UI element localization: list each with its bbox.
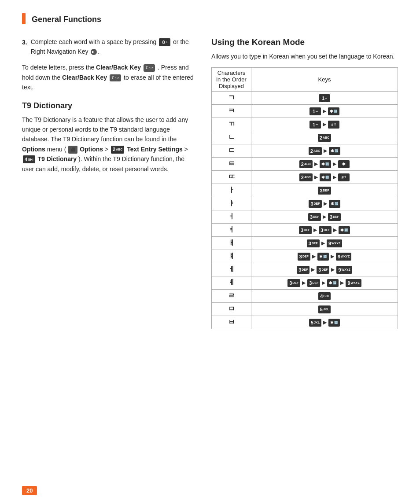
num-key-9: 9WXYZ [346,279,361,287]
korean-table: Charactersin the OrderDisplayed Keys ㄱ1∞… [211,67,398,329]
korean-char: ㅐ [212,237,251,250]
keys-cell: 3DEF▶✱🔢 [251,197,398,210]
num-key-1: 1∞ [319,94,330,102]
num-key-3: 3DEF [287,279,300,287]
num-key-3: 3DEF [297,266,309,274]
arrow-icon: ▶ [311,267,315,272]
korean-char: ㄸ [212,171,251,184]
star-key: ✱🔢 [329,200,340,208]
korean-char: ㄹ [212,290,251,303]
korean-char: ㅌ [212,158,251,171]
arrow-icon: ▶ [331,254,334,259]
arrow-icon: ▶ [321,240,325,246]
keys-cell: 4GHI [251,290,398,303]
page: General Functions 3. Complete each word … [0,0,420,504]
keys-cell: 3DEF [251,184,398,197]
table-row: ㄸ2ABC▶✱🔢▶#⇧ [212,171,398,184]
arrow-icon: ▶ [333,174,336,180]
keys-cell: 1∞ [251,92,398,105]
table-row: ㅌ2ABC▶✱🔢▶✱ [212,158,398,171]
num-key-5: 5JKL [309,319,321,327]
star-key: ✱🔢 [328,107,339,115]
num-key-3: 3DEF [308,213,321,221]
arrow-icon: ▶ [324,201,327,206]
num-key-1: 1∞ [309,107,321,115]
options-label: Options [22,146,45,153]
star-key: ✱🔢 [339,226,350,234]
key-0-plus: 0+ [159,38,170,46]
keys-cell: 3DEF▶9WXYZ [251,237,398,250]
table-row: ㅏ3DEF [212,184,398,197]
star-key: ✱🔢 [320,160,331,168]
table-row: ㅐ3DEF▶9WXYZ [212,237,398,250]
korean-char: ㅏ [212,184,251,197]
num-key-9: 9WXYZ [336,253,351,261]
arrow-icon: ▶ [312,254,316,259]
arrow-icon: ▶ [323,108,326,114]
num-key-2: 2ABC [299,160,313,168]
arrow-icon: ▶ [314,174,318,180]
step-3: 3. Complete each word with a space by pr… [22,37,194,56]
star-key: ✱🔢 [328,319,340,327]
korean-char: ㅑ [212,197,251,210]
header-bar: General Functions [22,13,398,24]
keys-cell: 2ABC [251,131,398,144]
arrow-icon: ▶ [314,161,318,167]
korean-char: ㅁ [212,303,251,316]
korean-intro-text: Allows you to type in Korean when you se… [211,52,398,61]
table-row: ㅂ5JKL▶✱🔢 [212,316,398,329]
col-header-keys: Keys [251,68,398,92]
arrow-icon: ▶ [333,227,337,233]
num-key-2: 2ABC [309,147,322,155]
keys-cell: 5JKL▶✱🔢 [251,316,398,329]
col-header-chars: Charactersin the OrderDisplayed [212,68,251,92]
star-key: ✱🔢 [320,173,331,181]
korean-char: ㅋ [212,105,251,118]
num-key-2: 2ABC [299,173,313,181]
keys-cell: 2ABC▶✱🔢▶✱ [251,158,398,171]
korean-char: ㅖ [212,276,251,290]
table-row: ㄹ4GHI [212,290,398,303]
star-key: ✱🔢 [329,147,340,155]
table-row: ㅋ1∞▶✱🔢 [212,105,398,118]
t9-dictionary-label: T9 Dictionary [37,155,77,162]
keys-cell: 3DEF▶3DEF▶✱🔢 [251,224,398,237]
arrow-icon: ▶ [323,121,326,127]
arrow-icon: ▶ [313,227,317,233]
delete-instructions: To delete letters, press the Clear/Back … [22,63,194,92]
arrow-icon: ▶ [323,320,327,325]
num-key-5: 5JKL [318,305,331,313]
step-text: Complete each word with a space by press… [31,37,194,56]
options-menu-icon: ⬛ [68,146,77,154]
arrow-icon: ▶ [324,148,327,154]
num-key-9: 9WXYZ [336,266,352,274]
table-row: ㄷ2ABC▶✱🔢 [212,144,398,158]
num-key-3: 3DEF [328,213,341,221]
clear-back-icon1: C·↩ [144,64,155,71]
orange-accent-bar [22,13,26,24]
keys-cell: 1∞▶✱🔢 [251,105,398,118]
table-row: ㅁ5JKL [212,303,398,316]
arrow-icon: ▶ [331,267,335,272]
arrow-icon: ▶ [302,280,306,286]
step-number: 3. [22,37,27,56]
clear-back-icon2: C·↩ [110,74,121,81]
nav-right-key [91,49,97,55]
korean-char: ㅕ [212,224,251,237]
keys-cell: 2ABC▶✱🔢 [251,144,398,158]
text-entry-settings-label: Text Entry Settings [127,146,183,153]
hash-key: #⇧ [328,121,339,129]
key-4ghi: 4GHI [23,155,35,163]
korean-char: ㄱ [212,92,251,105]
t9-title: T9 Dictionary [22,101,194,110]
table-row: ㄲ1∞▶#⇧ [212,118,398,131]
num-key-3: 3DEF [307,279,320,287]
page-title: General Functions [32,13,101,24]
clear-back-key-label2: Clear/Back Key [62,74,107,81]
num-key-4: 4GHI [318,292,331,300]
korean-char: ㄲ [212,118,251,131]
left-column: 3. Complete each word with a space by pr… [22,37,194,329]
num-key-3: 3DEF [298,253,310,261]
table-row: ㅓ3DEF▶3DEF [212,210,398,224]
hash-key: #⇧ [338,173,350,181]
